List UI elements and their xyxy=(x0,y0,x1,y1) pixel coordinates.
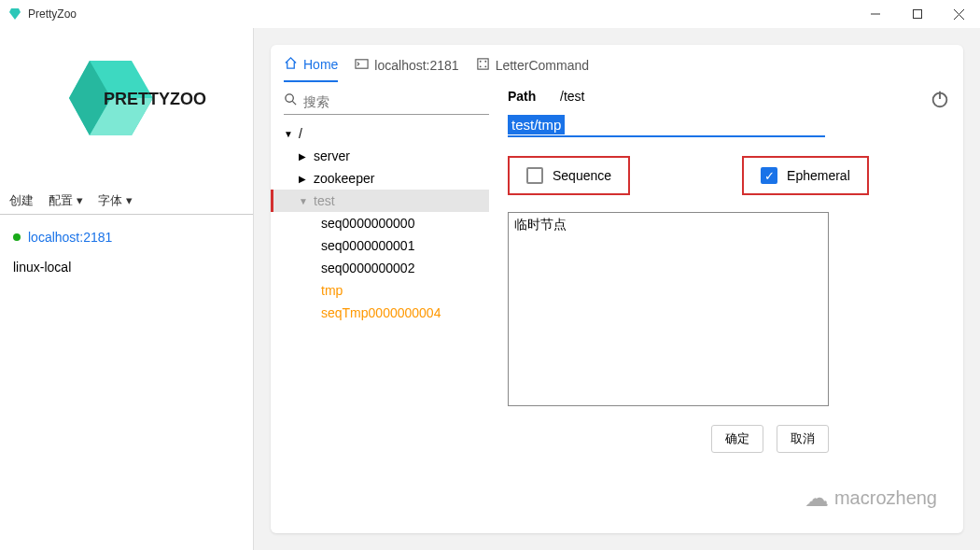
sidebar: PRETTYZOO 创建 配置 ▾ 字体 ▾ localhost:2181 li… xyxy=(0,28,254,550)
tree-node-seq1[interactable]: seq0000000001 xyxy=(284,234,489,257)
svg-line-16 xyxy=(292,101,296,105)
server-item-localhost[interactable]: localhost:2181 xyxy=(0,222,253,252)
tab-host[interactable]: localhost:2181 xyxy=(355,57,458,81)
tree-node-tmp[interactable]: tmp xyxy=(284,279,489,302)
svg-rect-9 xyxy=(356,60,368,68)
svg-point-13 xyxy=(479,65,481,67)
checkbox-checked-icon: ✓ xyxy=(761,167,777,184)
menu-create[interactable]: 创建 xyxy=(9,192,34,209)
search-row xyxy=(284,89,489,115)
svg-point-15 xyxy=(286,94,293,102)
svg-marker-0 xyxy=(9,8,21,20)
data-textarea[interactable]: 临时节点 xyxy=(508,212,829,406)
window-controls xyxy=(854,0,980,28)
tree: ▼/ ▶server ▶zookeeper ▼test seq000000000… xyxy=(284,122,489,324)
path-label: Path xyxy=(508,89,560,104)
app-icon xyxy=(7,7,22,21)
tab-letter-command[interactable]: LetterCommand xyxy=(476,57,589,81)
close-button[interactable] xyxy=(938,0,980,28)
cancel-button[interactable]: 取消 xyxy=(777,425,829,453)
svg-point-14 xyxy=(484,65,486,67)
tree-node-zookeeper[interactable]: ▶zookeeper xyxy=(284,167,489,190)
tree-root[interactable]: ▼/ xyxy=(284,122,489,145)
tab-home[interactable]: Home xyxy=(284,56,338,82)
sequence-label: Sequence xyxy=(553,168,611,183)
chevron-down-icon: ▾ xyxy=(77,193,83,207)
node-name-value: test/tmp xyxy=(508,115,565,134)
server-label: linux-local xyxy=(13,260,71,275)
tabs: Home localhost:2181 LetterCommand xyxy=(271,45,963,83)
form-pane: Path /test test/tmp Sequence xyxy=(489,89,950,520)
collapse-icon: ▼ xyxy=(284,129,295,139)
main: Home localhost:2181 LetterCommand xyxy=(254,28,980,550)
window-title: PrettyZoo xyxy=(28,7,854,21)
sidebar-menu: 创建 配置 ▾ 字体 ▾ xyxy=(0,187,253,215)
svg-point-11 xyxy=(479,61,481,63)
svg-rect-2 xyxy=(913,10,921,19)
server-label: localhost:2181 xyxy=(28,230,112,245)
node-name-field[interactable]: test/tmp xyxy=(508,117,825,137)
panel: Home localhost:2181 LetterCommand xyxy=(271,45,963,533)
svg-point-12 xyxy=(484,61,486,63)
maximize-button[interactable] xyxy=(896,0,938,28)
tree-node-seq0[interactable]: seq0000000000 xyxy=(284,212,489,234)
power-icon[interactable] xyxy=(930,89,950,113)
path-value: /test xyxy=(560,89,584,104)
wechat-icon: ☁ xyxy=(805,484,829,513)
checkbox-unchecked-icon xyxy=(526,167,543,184)
sequence-option[interactable]: Sequence xyxy=(508,156,630,195)
watermark: ☁ macrozheng xyxy=(805,484,937,513)
status-dot-icon xyxy=(13,233,21,241)
titlebar: PrettyZoo xyxy=(0,0,980,28)
tree-node-server[interactable]: ▶server xyxy=(284,145,489,167)
collapse-icon: ▼ xyxy=(299,196,310,206)
ephemeral-option[interactable]: ✓ Ephemeral xyxy=(742,156,869,195)
menu-config[interactable]: 配置 ▾ xyxy=(49,192,83,209)
tree-node-seqtmp4[interactable]: seqTmp0000000004 xyxy=(284,302,489,324)
ephemeral-label: Ephemeral xyxy=(787,168,850,183)
search-input[interactable] xyxy=(303,94,489,109)
menu-font[interactable]: 字体 ▾ xyxy=(98,192,133,209)
tree-pane: ▼/ ▶server ▶zookeeper ▼test seq000000000… xyxy=(284,89,489,520)
command-icon xyxy=(476,57,490,74)
logo: PRETTYZOO xyxy=(0,28,253,187)
search-icon xyxy=(284,92,298,110)
tree-node-seq2[interactable]: seq0000000002 xyxy=(284,257,489,279)
server-item-linux-local[interactable]: linux-local xyxy=(0,252,253,282)
minimize-button[interactable] xyxy=(854,0,896,28)
svg-rect-10 xyxy=(478,59,488,69)
home-icon xyxy=(284,56,298,73)
tree-node-test[interactable]: ▼test xyxy=(271,190,489,212)
ok-button[interactable]: 确定 xyxy=(711,425,763,453)
chevron-down-icon: ▾ xyxy=(126,193,133,207)
content: ▼/ ▶server ▶zookeeper ▼test seq000000000… xyxy=(271,83,963,533)
expand-icon: ▶ xyxy=(299,174,310,184)
server-list: localhost:2181 linux-local xyxy=(0,215,253,289)
expand-icon: ▶ xyxy=(299,151,310,162)
svg-text:PRETTYZOO: PRETTYZOO xyxy=(104,90,206,108)
terminal-icon xyxy=(355,57,369,74)
